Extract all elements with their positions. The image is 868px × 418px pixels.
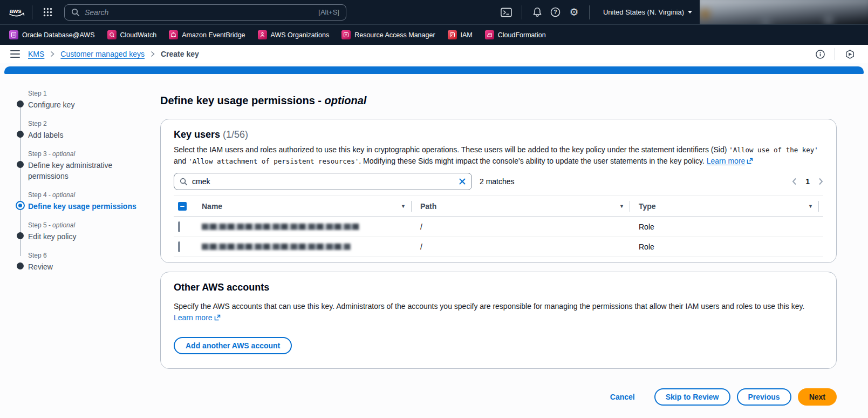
step-define-admin-permissions[interactable]: Step 3- optional Define key administrati…	[17, 150, 160, 181]
next-page-button[interactable]	[818, 178, 823, 185]
nav-divider	[589, 5, 590, 19]
column-divider[interactable]	[630, 201, 630, 212]
breadcrumb-bar: KMS Customer managed keys Create key	[0, 45, 868, 63]
step-title[interactable]: Configure key	[28, 99, 147, 110]
select-all-checkbox[interactable]	[178, 202, 187, 211]
redaction-smudge	[700, 0, 868, 24]
step-review[interactable]: Step 6 Review	[17, 251, 160, 272]
fav-label: AWS Organizations	[271, 31, 330, 39]
breadcrumb: KMS Customer managed keys Create key	[28, 50, 199, 58]
step-title[interactable]: Add labels	[28, 130, 147, 140]
organizations-icon	[258, 30, 267, 39]
column-divider[interactable]	[411, 201, 412, 212]
clear-filter-button[interactable]	[459, 178, 466, 185]
breadcrumb-kms[interactable]: KMS	[28, 50, 44, 58]
step-dot	[17, 232, 24, 239]
row-checkbox[interactable]	[178, 221, 180, 232]
eventbridge-icon	[169, 30, 178, 39]
step-title[interactable]: Define key usage permissions	[28, 201, 147, 212]
fav-resource-access-manager[interactable]: Resource Access Manager	[341, 30, 435, 39]
column-header-name[interactable]: Name▼	[197, 196, 416, 217]
filter-icon[interactable]: ▼	[619, 204, 624, 209]
fav-cloudwatch[interactable]: CloudWatch	[107, 30, 157, 39]
add-another-aws-account-button[interactable]: Add another AWS account	[174, 337, 292, 354]
fav-label: Amazon EventBridge	[182, 31, 245, 39]
row-checkbox[interactable]	[178, 241, 180, 252]
wizard-steps-sidebar: Step 1 Configure key Step 2 Add labels S…	[0, 74, 160, 418]
fav-iam[interactable]: IAM	[448, 30, 473, 39]
account-menu-redacted[interactable]	[700, 0, 868, 24]
previous-page-button[interactable]	[792, 178, 797, 185]
step-edit-key-policy[interactable]: Step 5- optional Edit key policy	[17, 221, 160, 242]
table-toolbar: 2 matches 1	[174, 173, 823, 190]
key-users-card: Key users (1/56) Select the IAM users an…	[160, 119, 837, 263]
aws-logo[interactable]: aws	[8, 3, 26, 22]
filter-icon[interactable]: ▼	[401, 204, 406, 209]
filter-icon[interactable]: ▼	[808, 204, 813, 209]
column-header-type[interactable]: Type▼	[634, 196, 823, 217]
search-shortcut: [Alt+S]	[318, 8, 339, 16]
search-placeholder: Search	[85, 8, 313, 17]
question-icon: ?	[550, 7, 561, 17]
step-title[interactable]: Edit key policy	[28, 231, 147, 242]
column-header-path[interactable]: Path▼	[416, 196, 634, 217]
terminal-icon	[501, 8, 512, 17]
other-accounts-title: Other AWS accounts	[174, 282, 823, 293]
side-menu-button[interactable]	[9, 48, 21, 60]
fav-eventbridge[interactable]: Amazon EventBridge	[169, 30, 245, 39]
notifications-button[interactable]	[528, 3, 546, 22]
cancel-button[interactable]: Cancel	[605, 388, 640, 406]
step-configure-key[interactable]: Step 1 Configure key	[17, 89, 160, 110]
region-selector[interactable]: United States (N. Virginia)	[596, 8, 700, 16]
filter-search-box[interactable]	[174, 173, 472, 190]
fav-label: Resource Access Manager	[354, 31, 435, 39]
info-panel-button[interactable]	[811, 45, 829, 63]
apps-grid-button[interactable]	[38, 3, 57, 22]
cloudshell-button[interactable]	[497, 3, 516, 22]
top-navigation: aws Search [Alt+S]	[0, 0, 868, 24]
next-button[interactable]: Next	[798, 388, 837, 406]
fav-cloudformation[interactable]: CloudFormation	[485, 30, 546, 39]
fav-label: CloudFormation	[498, 31, 546, 39]
step-add-labels[interactable]: Step 2 Add labels	[17, 119, 160, 140]
content-area: Step 1 Configure key Step 2 Add labels S…	[0, 74, 868, 418]
help-button[interactable]: ?	[546, 3, 565, 22]
redacted-role-name[interactable]	[202, 244, 351, 250]
key-users-title: Key users (1/56)	[174, 129, 823, 140]
region-label: United States (N. Virginia)	[603, 8, 684, 16]
step-title[interactable]: Review	[28, 261, 147, 272]
iam-icon	[448, 30, 457, 39]
divider	[835, 48, 835, 60]
breadcrumb-customer-managed-keys[interactable]: Customer managed keys	[60, 50, 145, 58]
fav-label: IAM	[461, 31, 473, 39]
step-define-usage-permissions[interactable]: Step 4- optional Define key usage permis…	[17, 191, 160, 212]
previous-button[interactable]: Previous	[737, 388, 791, 406]
chevron-down-icon	[688, 11, 692, 14]
nav-divider	[522, 5, 522, 19]
skip-to-review-button[interactable]: Skip to Review	[654, 388, 730, 406]
filter-search-input[interactable]	[192, 177, 454, 186]
fav-label: CloudWatch	[120, 31, 157, 39]
current-page[interactable]: 1	[805, 177, 810, 186]
svg-text:aws: aws	[10, 7, 22, 14]
breadcrumb-chevron-icon	[50, 51, 54, 57]
wizard-main: Define key usage permissions - optional …	[160, 74, 868, 418]
search-icon	[71, 8, 80, 17]
svg-text:?: ?	[554, 9, 557, 15]
column-divider[interactable]	[818, 201, 819, 212]
step-title[interactable]: Define key administrative permissions	[28, 160, 147, 181]
path-cell: /	[416, 237, 634, 257]
page-title: Define key usage permissions - optional	[160, 95, 837, 107]
aws-logo-icon: aws	[8, 5, 26, 19]
hexagon-badge-button[interactable]	[840, 45, 859, 63]
fav-oracle-database[interactable]: Oracle Database@AWS	[9, 30, 95, 39]
learn-more-link[interactable]: Learn more	[707, 157, 746, 165]
settings-button[interactable]: ⚙	[565, 3, 583, 22]
global-search-input[interactable]: Search [Alt+S]	[64, 4, 346, 21]
resource-access-manager-icon	[341, 30, 351, 39]
redacted-role-name[interactable]	[202, 224, 359, 230]
notification-flashbar-partial[interactable]	[4, 66, 864, 74]
learn-more-link[interactable]: Learn more	[174, 313, 213, 322]
fav-organizations[interactable]: AWS Organizations	[258, 30, 330, 39]
info-icon	[815, 49, 825, 59]
